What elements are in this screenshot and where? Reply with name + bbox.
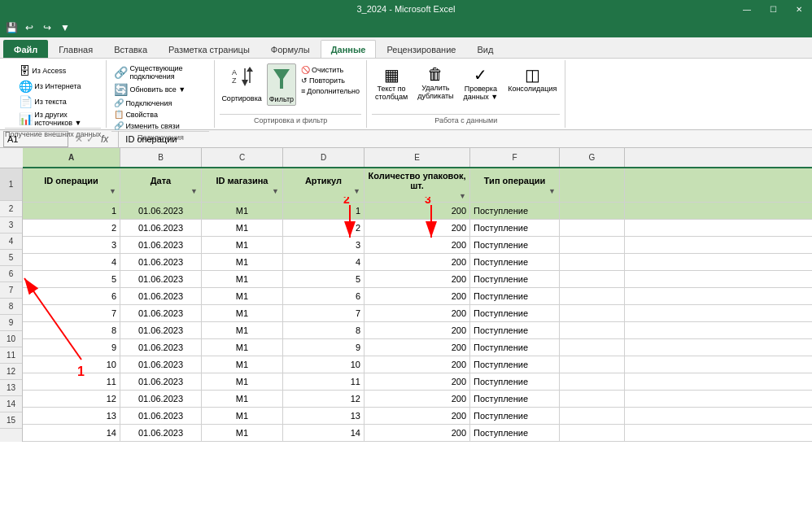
sort-button[interactable]: A Z Сортировка: [220, 63, 263, 104]
cell-row8-col4[interactable]: 7: [283, 305, 365, 321]
clear-button[interactable]: 🚫Очистить: [299, 65, 361, 75]
cell-row12-col4[interactable]: 11: [283, 373, 365, 390]
consolidate-button[interactable]: ◫ Консолидация: [504, 63, 560, 94]
cell-row7-col2[interactable]: 01.06.2023: [120, 288, 202, 304]
cell-row11-col4[interactable]: 10: [283, 356, 365, 373]
col-header-date[interactable]: Дата ▼: [120, 168, 202, 202]
cell-row14-col1[interactable]: 13: [23, 408, 120, 424]
cell-row4-col2[interactable]: 01.06.2023: [120, 237, 202, 253]
col-header-c[interactable]: C: [202, 148, 283, 167]
cell-row12-col7[interactable]: [560, 373, 625, 390]
cell-row11-col1[interactable]: 10: [23, 356, 120, 373]
cell-row14-col4[interactable]: 13: [283, 408, 365, 424]
row-header-10[interactable]: 10: [0, 331, 22, 347]
cell-row5-col3[interactable]: М1: [202, 254, 283, 270]
cell-row3-col7[interactable]: [560, 220, 625, 236]
cell-row2-col7[interactable]: [560, 203, 625, 219]
cell-row7-col1[interactable]: 6: [23, 288, 120, 304]
col-header-f[interactable]: F: [470, 148, 560, 167]
cell-row14-col5[interactable]: 200: [365, 408, 470, 424]
cell-row4-col7[interactable]: [560, 237, 625, 253]
cell-row10-col6[interactable]: Поступление: [470, 339, 560, 356]
cell-row8-col6[interactable]: Поступление: [470, 305, 560, 321]
from-internet-button[interactable]: 🌐 Из Интернета: [16, 79, 89, 94]
remove-duplicates-button[interactable]: 🗑 Удалитьдубликаты: [414, 63, 456, 102]
cell-row4-col3[interactable]: М1: [202, 237, 283, 253]
cell-row14-col3[interactable]: М1: [202, 408, 283, 424]
cell-row14-col2[interactable]: 01.06.2023: [120, 408, 202, 424]
row-header-4[interactable]: 4: [0, 233, 22, 250]
refresh-all-button[interactable]: 🔄 Обновить все ▼: [111, 82, 188, 97]
properties-button[interactable]: 📋 Свойства: [111, 109, 160, 120]
cell-row6-col7[interactable]: [560, 271, 625, 287]
close-button[interactable]: ✕: [786, 0, 812, 18]
cell-row7-col5[interactable]: 200: [365, 288, 470, 304]
cell-row10-col5[interactable]: 200: [365, 339, 470, 356]
row-header-7[interactable]: 7: [0, 282, 22, 299]
cell-row13-col2[interactable]: 01.06.2023: [120, 391, 202, 407]
cell-row9-col2[interactable]: 01.06.2023: [120, 322, 202, 338]
cell-row4-col6[interactable]: Поступление: [470, 237, 560, 253]
cell-row15-col4[interactable]: 14: [283, 425, 365, 441]
tab-formulas[interactable]: Формулы: [260, 40, 321, 58]
cell-row5-col2[interactable]: 01.06.2023: [120, 254, 202, 270]
existing-connections-button[interactable]: 🔗 Существующие подключения: [111, 63, 209, 81]
cell-row6-col6[interactable]: Поступление: [470, 271, 560, 287]
text-to-columns-button[interactable]: ▦ Текст постолбцам: [372, 63, 411, 103]
redo-quick-button[interactable]: ↪: [39, 20, 55, 36]
cell-row5-col6[interactable]: Поступление: [470, 254, 560, 270]
tab-review[interactable]: Рецензирование: [376, 40, 466, 58]
cell-row6-col4[interactable]: 5: [283, 271, 365, 287]
cell-row6-col5[interactable]: 200: [365, 271, 470, 287]
edit-links-button[interactable]: 🔗 Изменить связи: [111, 120, 181, 131]
minimize-button[interactable]: —: [734, 0, 760, 18]
tab-file[interactable]: Файл: [3, 40, 48, 58]
row-header-14[interactable]: 14: [0, 396, 22, 412]
cell-row13-col6[interactable]: Поступление: [470, 391, 560, 407]
cell-row7-col3[interactable]: М1: [202, 288, 283, 304]
cell-row9-col6[interactable]: Поступление: [470, 322, 560, 338]
cell-row14-col6[interactable]: Поступление: [470, 408, 560, 424]
cell-row3-col1[interactable]: 2: [23, 220, 120, 236]
cell-row10-col3[interactable]: М1: [202, 339, 283, 356]
cell-row11-col3[interactable]: М1: [202, 356, 283, 373]
cell-row10-col4[interactable]: 9: [283, 339, 365, 356]
repeat-button[interactable]: ↺Повторить: [299, 76, 361, 85]
cell-row15-col7[interactable]: [560, 425, 625, 441]
row-header-13[interactable]: 13: [0, 380, 22, 396]
row-header-6[interactable]: 6: [0, 266, 22, 282]
cell-row12-col3[interactable]: М1: [202, 373, 283, 390]
cell-row2-col1[interactable]: 1: [23, 203, 120, 219]
row-header-5[interactable]: 5: [0, 250, 22, 266]
cell-row12-col5[interactable]: 200: [365, 373, 470, 390]
cell-row3-col2[interactable]: 01.06.2023: [120, 220, 202, 236]
col-header-store-id[interactable]: ID магазина ▼: [202, 168, 283, 202]
cell-row7-col7[interactable]: [560, 288, 625, 304]
cell-row6-col2[interactable]: 01.06.2023: [120, 271, 202, 287]
tab-home[interactable]: Главная: [48, 40, 103, 58]
row-header-3[interactable]: 3: [0, 217, 22, 233]
row-header-15[interactable]: 15: [0, 412, 22, 429]
cell-row14-col7[interactable]: [560, 408, 625, 424]
cell-row12-col6[interactable]: Поступление: [470, 373, 560, 390]
col-header-d[interactable]: D: [283, 148, 365, 167]
cell-row13-col4[interactable]: 12: [283, 391, 365, 407]
name-box[interactable]: A1: [3, 131, 68, 147]
cell-row13-col1[interactable]: 12: [23, 391, 120, 407]
cell-row2-col2[interactable]: 01.06.2023: [120, 203, 202, 219]
cell-row10-col1[interactable]: 9: [23, 339, 120, 356]
col-header-g[interactable]: G: [560, 148, 625, 167]
cell-row3-col6[interactable]: Поступление: [470, 220, 560, 236]
cell-row11-col6[interactable]: Поступление: [470, 356, 560, 373]
tab-view[interactable]: Вид: [466, 40, 504, 58]
cell-row8-col1[interactable]: 7: [23, 305, 120, 321]
undo-quick-button[interactable]: ↩: [21, 20, 37, 36]
row-header-9[interactable]: 9: [0, 315, 22, 331]
cell-row13-col5[interactable]: 200: [365, 391, 470, 407]
cell-row15-col2[interactable]: 01.06.2023: [120, 425, 202, 441]
col-header-a[interactable]: A: [23, 148, 120, 167]
cell-row4-col5[interactable]: 200: [365, 237, 470, 253]
cell-row4-col4[interactable]: 3: [283, 237, 365, 253]
cell-row8-col7[interactable]: [560, 305, 625, 321]
from-text-button[interactable]: 📄 Из текста: [16, 94, 89, 109]
